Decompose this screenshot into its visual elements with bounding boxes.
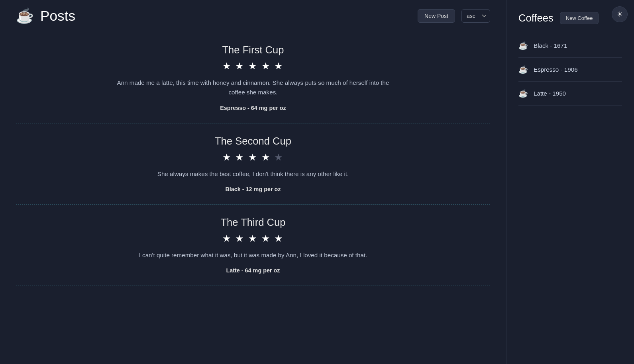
- page-title: Posts: [40, 8, 75, 24]
- post-coffee-tag-2: Black - 12 mg per oz: [16, 186, 490, 196]
- post-body-2: She always makes the best coffee, I don'…: [114, 169, 393, 179]
- coffee-item-label-latte: Latte - 1950: [534, 90, 566, 97]
- post-body-3: I can't quite remember what it was, but …: [114, 250, 393, 260]
- coffee-cup-icon-black: ☕: [518, 41, 528, 50]
- post-title-1: The First Cup: [16, 44, 490, 56]
- post-card-1: The First Cup ★ ★ ★ ★ ★ Ann made me a la…: [16, 32, 490, 123]
- post-rating-2: ★ ★ ★ ★ ★: [16, 152, 490, 163]
- post-title-2: The Second Cup: [16, 135, 490, 147]
- coffee-item-latte[interactable]: ☕ Latte - 1950: [518, 82, 622, 106]
- post-rating-1: ★ ★ ★ ★ ★: [16, 61, 490, 72]
- posts-area: The First Cup ★ ★ ★ ★ ★ Ann made me a la…: [0, 32, 506, 364]
- post-coffee-tag-3: Latte - 64 mg per oz: [16, 267, 490, 278]
- coffee-item-black[interactable]: ☕ Black - 1671: [518, 34, 622, 58]
- post-body-1: Ann made me a latte, this time with hone…: [114, 78, 393, 98]
- post-title-3: The Third Cup: [16, 217, 490, 228]
- coffee-cup-icon-espresso: ☕: [518, 65, 528, 74]
- post-divider-3: [16, 286, 490, 286]
- coffee-item-espresso[interactable]: ☕ Espresso - 1906: [518, 58, 622, 82]
- sidebar-title: Coffees: [518, 12, 554, 24]
- post-rating-3: ★ ★ ★ ★ ★: [16, 233, 490, 244]
- sidebar: Coffees New Coffee ☕ Black - 1671 ☕ Espr…: [506, 0, 634, 364]
- coffee-item-label-black: Black - 1671: [534, 42, 567, 49]
- coffee-logo-icon: ☕: [16, 9, 34, 23]
- sort-select[interactable]: asc desc: [461, 9, 490, 23]
- header: ☕ Posts New Post asc desc: [0, 0, 506, 32]
- new-coffee-button[interactable]: New Coffee: [560, 12, 599, 24]
- sidebar-header: Coffees New Coffee: [518, 12, 622, 24]
- coffee-list: ☕ Black - 1671 ☕ Espresso - 1906 ☕ Latte…: [518, 34, 622, 106]
- new-post-button[interactable]: New Post: [418, 9, 455, 23]
- post-coffee-tag-1: Espresso - 64 mg per oz: [16, 105, 490, 115]
- main-content: ☕ Posts New Post asc desc The First Cup …: [0, 0, 506, 364]
- coffee-item-label-espresso: Espresso - 1906: [534, 66, 578, 73]
- post-card-3: The Third Cup ★ ★ ★ ★ ★ I can't quite re…: [16, 205, 490, 286]
- post-card-2: The Second Cup ★ ★ ★ ★ ★ She always make…: [16, 123, 490, 204]
- theme-toggle-button[interactable]: ☀: [612, 6, 628, 22]
- coffee-cup-icon-latte: ☕: [518, 89, 528, 98]
